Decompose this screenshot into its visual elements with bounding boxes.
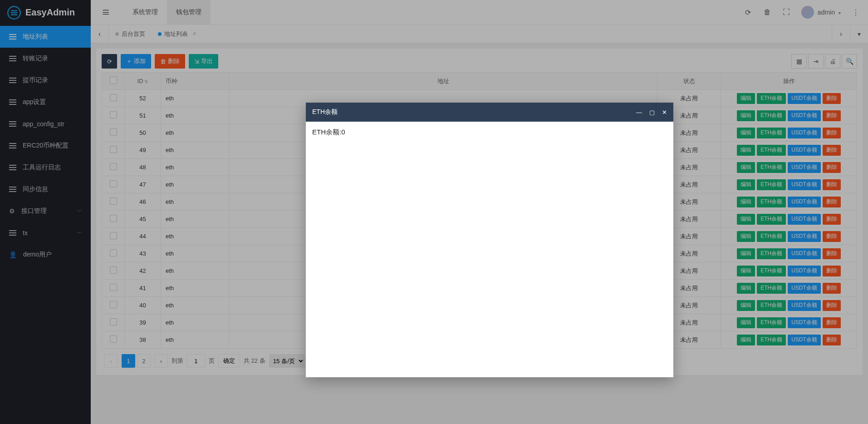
modal-maximize-icon[interactable]: ▢ bbox=[649, 109, 655, 116]
modal-body: ETH余额:0 bbox=[306, 122, 673, 377]
modal-title: ETH余额 bbox=[312, 108, 338, 116]
modal-close-icon[interactable]: ✕ bbox=[662, 109, 667, 116]
modal-content: ETH余额:0 bbox=[312, 128, 345, 136]
modal-minimize-icon[interactable]: — bbox=[636, 109, 642, 116]
modal: ETH余额 — ▢ ✕ ETH余额:0 bbox=[306, 103, 673, 377]
modal-overlay[interactable]: ETH余额 — ▢ ✕ ETH余额:0 bbox=[0, 0, 868, 424]
modal-header: ETH余额 — ▢ ✕ bbox=[306, 103, 673, 122]
